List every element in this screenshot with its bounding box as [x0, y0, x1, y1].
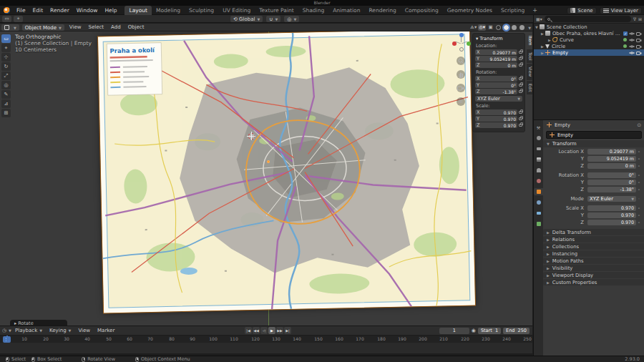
- overlays-toggle[interactable]: ◎▾: [478, 24, 486, 31]
- filter-icon[interactable]: ∇: [633, 16, 636, 21]
- decorate-icon[interactable]: ∘: [636, 149, 642, 154]
- rotation-y-field[interactable]: Y0°: [475, 82, 517, 88]
- viewport-menu-add[interactable]: Add: [107, 24, 125, 31]
- section-motion-paths[interactable]: ▶Motion Paths: [543, 258, 644, 264]
- decorate-icon[interactable]: ∘: [636, 205, 642, 210]
- timeline-menu-keying[interactable]: Keying▼: [46, 328, 74, 333]
- hide-eye-icon[interactable]: [629, 31, 635, 36]
- prop-rotation-z[interactable]: -1.38°: [587, 187, 636, 192]
- tab-scripting[interactable]: Scripting: [497, 6, 529, 15]
- blender-logo-icon[interactable]: [4, 7, 10, 14]
- timeline-editor-icon[interactable]: ◷▼: [2, 328, 11, 333]
- play-reverse-button[interactable]: ◁: [260, 327, 268, 334]
- decorate-icon[interactable]: ∘: [636, 163, 642, 168]
- outliner-search-input[interactable]: [545, 16, 631, 22]
- play-button[interactable]: ▶: [268, 327, 275, 334]
- render-camera-icon[interactable]: [636, 31, 642, 36]
- xray-toggle[interactable]: ▣: [487, 24, 494, 31]
- shading-solid-button[interactable]: [504, 25, 509, 30]
- jump-to-start-button[interactable]: |◀: [245, 327, 252, 334]
- npanel-transform-header[interactable]: ▾ Transform: [476, 36, 522, 41]
- prop-location-z[interactable]: 0 m: [587, 163, 636, 169]
- location-x-field[interactable]: X0.29077 m: [475, 49, 517, 55]
- rotation-x-field[interactable]: X0°: [475, 76, 517, 82]
- scale-x-field[interactable]: X0.970: [475, 109, 517, 115]
- frame-end-field[interactable]: End 250: [503, 328, 530, 334]
- object-name-field[interactable]: Empty: [546, 131, 642, 139]
- tab-modeling[interactable]: Modeling: [152, 6, 185, 15]
- tab-shading[interactable]: Shading: [298, 6, 328, 15]
- tab-physics[interactable]: [535, 199, 542, 206]
- axis-z-handle[interactable]: [459, 33, 464, 37]
- prop-scale-x[interactable]: 0.970: [587, 205, 636, 211]
- tab-output[interactable]: [535, 145, 542, 152]
- add-workspace-button[interactable]: +: [529, 7, 541, 14]
- auto-keying-icon[interactable]: ◉: [472, 328, 476, 333]
- section-instancing[interactable]: ▶Instancing: [543, 250, 644, 257]
- shading-rendered-button[interactable]: [519, 25, 525, 30]
- tab-world[interactable]: [535, 177, 542, 185]
- lock-icon[interactable]: [519, 64, 522, 67]
- timeline-menu-playback[interactable]: Playback▼: [11, 328, 46, 333]
- prop-location-y[interactable]: 9.052419 m: [587, 156, 636, 162]
- decorate-icon[interactable]: ∘: [636, 220, 642, 225]
- outliner-row-curve[interactable]: ▶ Curve: [534, 36, 644, 43]
- timeline-menu-view[interactable]: View: [74, 328, 94, 333]
- tab-scene[interactable]: [535, 167, 542, 174]
- rotation-mode-dropdown[interactable]: XYZ Euler▼: [587, 196, 636, 202]
- lock-icon[interactable]: [519, 90, 522, 93]
- tab-uv-editing[interactable]: UV Editing: [218, 6, 255, 15]
- outliner-row-svg-collection[interactable]: ▶ Obec Praha, okres Hlavní město Praha.s…: [534, 30, 644, 36]
- tool-annotate[interactable]: ✎: [1, 90, 11, 99]
- section-relations[interactable]: ▶Relations: [543, 236, 644, 243]
- shading-material-button[interactable]: [512, 25, 517, 30]
- display-mode-icon[interactable]: ▦▾: [536, 16, 542, 21]
- lock-icon[interactable]: [519, 57, 522, 60]
- exclude-checkbox[interactable]: ✓: [623, 31, 628, 36]
- timeline-ruler[interactable]: 1 10 20 30 40 50 60 70 80 90 100 110 120…: [0, 336, 532, 343]
- scene-selector[interactable]: Scene: [567, 7, 596, 14]
- lock-icon[interactable]: [519, 51, 522, 54]
- section-visibility[interactable]: ▶Visibility: [543, 265, 644, 271]
- ntab-view[interactable]: View: [527, 64, 532, 79]
- mode-dropdown[interactable]: Object Mode▼: [22, 24, 64, 31]
- ntab-tool[interactable]: Tool: [527, 49, 532, 64]
- camera-view-icon[interactable]: [457, 84, 465, 92]
- decorate-icon[interactable]: ∘: [636, 212, 642, 217]
- timeline-menu-marker[interactable]: Marker: [94, 328, 118, 333]
- prop-location-x[interactable]: 0.29077 m: [587, 149, 636, 155]
- section-collections[interactable]: ▶Collections: [543, 243, 644, 250]
- location-y-field[interactable]: Y9.052419 m: [475, 56, 517, 62]
- menu-help[interactable]: Help: [101, 6, 120, 15]
- viewport-3d[interactable]: Praha a okolí ▼ Object Mode▼ View Select: [0, 24, 532, 326]
- section-viewport-display[interactable]: ▶Viewport Display: [543, 272, 644, 278]
- axis-x-handle[interactable]: [452, 41, 457, 46]
- tab-object[interactable]: [534, 188, 543, 195]
- transform-orientation-dropdown[interactable]: ⟲ Global ▼: [230, 16, 263, 22]
- tab-layout[interactable]: Layout: [125, 6, 152, 15]
- render-camera-icon[interactable]: [636, 51, 642, 55]
- current-frame-field[interactable]: 1: [439, 328, 469, 334]
- decorate-icon[interactable]: ∘: [636, 187, 642, 192]
- tab-sculpting[interactable]: Sculpting: [185, 6, 218, 15]
- active-tool-icon[interactable]: ▭: [2, 16, 11, 22]
- menu-file[interactable]: File: [13, 6, 29, 15]
- navigation-gizmo[interactable]: [452, 33, 471, 52]
- hide-eye-icon[interactable]: [629, 44, 635, 49]
- shading-dropdown[interactable]: ▼: [528, 26, 531, 30]
- lock-icon[interactable]: [519, 77, 522, 80]
- menu-edit[interactable]: Edit: [29, 6, 47, 15]
- view-layer-selector[interactable]: View Layer: [600, 7, 642, 14]
- decorate-icon[interactable]: ∘: [636, 156, 642, 161]
- tool-select-box[interactable]: ▭: [1, 34, 11, 43]
- outliner-row-scene-collection[interactable]: ▼ Scene Collection: [534, 24, 644, 30]
- tab-constraints[interactable]: [535, 210, 542, 217]
- tool-add-cube[interactable]: ⊞: [1, 109, 11, 117]
- jump-to-end-button[interactable]: ▶|: [284, 327, 291, 334]
- hide-eye-icon[interactable]: [629, 51, 635, 55]
- tool-measure[interactable]: ⊿: [1, 99, 11, 108]
- tab-compositing[interactable]: Compositing: [401, 6, 443, 15]
- lock-icon[interactable]: [519, 84, 522, 87]
- tool-scale[interactable]: ⤢: [1, 72, 11, 80]
- decorate-icon[interactable]: ∘: [636, 172, 642, 177]
